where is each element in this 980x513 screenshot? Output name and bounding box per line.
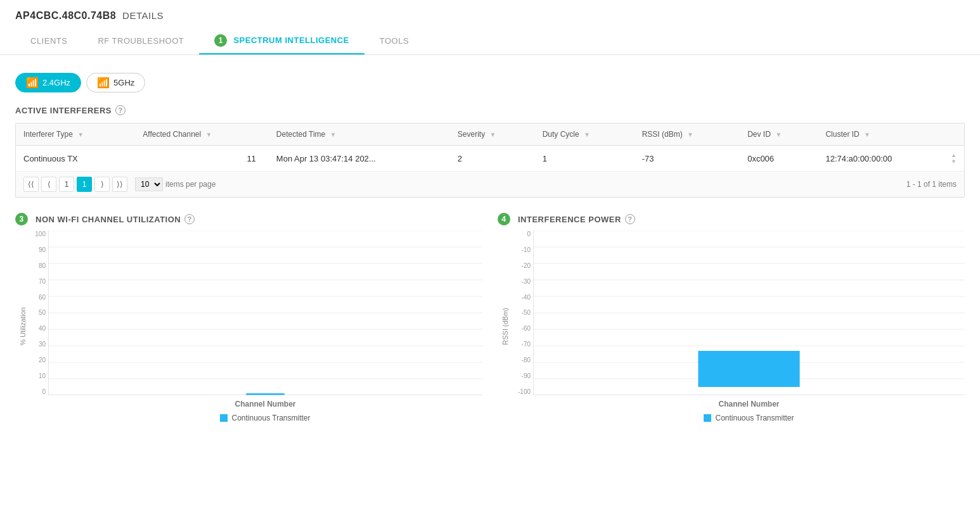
tab-spectrum-badge: 1 (214, 34, 227, 47)
radio-5ghz-label: 5GHz (113, 78, 134, 87)
non-wifi-chart-block: 3 NON WI-FI CHANNEL UTILIZATION ? % Util… (15, 213, 482, 422)
page-1-btn[interactable]: 1 (59, 177, 74, 192)
radio-group: 📶 2.4GHz 📶 5GHz (15, 73, 965, 92)
col-interferer-type-label: Interferer Type (23, 130, 73, 139)
radio-5ghz[interactable]: 📶 5GHz (86, 73, 145, 92)
col-severity-sort: ▼ (490, 131, 496, 138)
tab-spectrum[interactable]: 1 SPECTRUM INTELLIGENCE (199, 28, 364, 54)
col-detected-time-label: Detected Time (276, 130, 325, 139)
interference-power-chart-block: 4 INTERFERENCE POWER ? RSSI (dBm) 0 -10 … (498, 213, 965, 422)
page-prev-btn[interactable]: ⟨ (41, 177, 56, 192)
interference-power-y-label: RSSI (dBm) (498, 231, 510, 422)
cell-cluster-id: 12:74:a0:00:00:00 ▲▼ (818, 146, 964, 171)
header: AP4CBC.48C0.74B8 DETAILS CLIENTS RF TROU… (0, 0, 980, 55)
non-wifi-chart-inner: 11 Channel Number Continuous Transmitter (48, 231, 482, 422)
interference-power-legend-label: Continuous Transmitter (715, 414, 794, 422)
col-cluster-id-sort: ▼ (864, 131, 870, 138)
page-current-btn[interactable]: 1 (77, 177, 92, 192)
details-label: DETAILS (122, 10, 164, 21)
interference-power-chart-title: 4 INTERFERENCE POWER ? (498, 213, 965, 225)
col-affected-channel-label: Affected Channel (143, 130, 201, 139)
interference-power-legend: Continuous Transmitter (533, 414, 965, 422)
col-cluster-id-label: Cluster ID (825, 130, 859, 139)
svg-rect-24 (698, 351, 799, 387)
non-wifi-legend: Continuous Transmitter (48, 414, 482, 422)
active-interferers-title: ACTIVE INTERFERERS ? (15, 105, 965, 115)
device-name: AP4CBC.48C0.74B8 (15, 10, 116, 21)
page-next-btn[interactable]: ⟩ (94, 177, 110, 192)
wifi-icon-2.4: 📶 (26, 77, 39, 89)
col-affected-channel[interactable]: Affected Channel ▼ (135, 124, 269, 146)
cluster-id-value: 12:74:a0:00:00:00 (825, 154, 892, 163)
non-wifi-chart-title: 3 NON WI-FI CHANNEL UTILIZATION ? (15, 213, 482, 225)
non-wifi-y-ticks: 100 90 80 70 60 50 40 30 20 10 0 (28, 231, 48, 395)
non-wifi-svg: 11 (48, 231, 482, 395)
col-interferer-type-sort: ▼ (77, 131, 84, 138)
non-wifi-x-title: Channel Number (48, 400, 482, 408)
charts-row: 3 NON WI-FI CHANNEL UTILIZATION ? % Util… (15, 213, 965, 422)
tab-tools[interactable]: TOOLS (364, 30, 424, 53)
col-rssi-label: RSSI (dBm) (642, 130, 683, 139)
col-interferer-type[interactable]: Interferer Type ▼ (16, 124, 135, 146)
interference-power-legend-dot (704, 414, 711, 422)
col-dev-id[interactable]: Dev ID ▼ (740, 124, 818, 146)
interference-power-chart-inner: 11 Channel Number Continuous Transmitter (533, 231, 965, 422)
interference-power-y-axis-label: RSSI (dBm) (498, 308, 510, 345)
wifi-icon-5: 📶 (97, 77, 110, 89)
radio-2.4ghz-label: 2.4GHz (42, 78, 70, 87)
col-detected-time-sort: ▼ (330, 131, 337, 138)
col-rssi-sort: ▼ (687, 131, 693, 138)
page: AP4CBC.48C0.74B8 DETAILS CLIENTS RF TROU… (0, 0, 980, 513)
cell-affected-channel: 11 (135, 146, 269, 172)
tab-clients[interactable]: CLIENTS (15, 30, 82, 53)
interference-power-title-text: INTERFERENCE POWER (518, 215, 621, 224)
items-range: 1 - 1 of 1 items (906, 180, 957, 189)
cell-severity: 2 (450, 146, 535, 172)
device-title: AP4CBC.48C0.74B8 DETAILS (15, 10, 965, 22)
interference-power-chart-wrapper: RSSI (dBm) 0 -10 -20 -30 -40 -50 -60 -70… (498, 231, 965, 422)
col-duty-cycle-sort: ▼ (584, 131, 590, 138)
page-first-btn[interactable]: ⟨⟨ (23, 177, 39, 192)
active-interferers-help-icon[interactable]: ? (115, 105, 126, 115)
col-rssi[interactable]: RSSI (dBm) ▼ (635, 124, 740, 146)
pagination: ⟨⟨ ⟨ 1 1 ⟩ ⟩⟩ 10 25 50 items per pa (16, 171, 964, 197)
table-row: Continuous TX 11 Mon Apr 13 03:47:14 202… (16, 146, 964, 172)
cell-dev-id: 0xc006 (740, 146, 818, 172)
step4-badge: 4 (498, 213, 510, 225)
page-last-btn[interactable]: ⟩⟩ (112, 177, 127, 192)
col-dev-id-sort: ▼ (775, 131, 782, 138)
items-per-page-label: items per page (165, 180, 216, 189)
cell-duty-cycle: 1 (535, 146, 635, 172)
col-affected-channel-sort: ▼ (206, 131, 212, 138)
interference-power-help-icon[interactable]: ? (625, 214, 635, 224)
non-wifi-help-icon[interactable]: ? (184, 214, 195, 224)
non-wifi-title-text: NON WI-FI CHANNEL UTILIZATION (35, 215, 181, 224)
per-page: 10 25 50 items per page (135, 177, 216, 191)
interference-power-y-ticks: 0 -10 -20 -30 -40 -50 -60 -70 -80 -90 -1… (510, 231, 533, 395)
interference-power-svg: 11 (533, 231, 965, 395)
col-cluster-id[interactable]: Cluster ID ▼ (818, 124, 964, 146)
col-duty-cycle[interactable]: Duty Cycle ▼ (535, 124, 635, 146)
active-interferers-section: ACTIVE INTERFERERS ? Interferer Type ▼ (15, 105, 965, 198)
content-area: 📶 2.4GHz 📶 5GHz ACTIVE INTERFERERS ? (0, 55, 980, 433)
active-interferers-title-text: ACTIVE INTERFERERS (15, 106, 112, 115)
interference-power-x-title: Channel Number (533, 400, 965, 408)
cell-rssi: -73 (635, 146, 740, 172)
tab-spectrum-label: SPECTRUM INTELLIGENCE (233, 35, 349, 45)
col-severity[interactable]: Severity ▼ (450, 124, 535, 146)
per-page-select[interactable]: 10 25 50 (135, 177, 163, 191)
col-duty-cycle-label: Duty Cycle (543, 130, 579, 139)
pagination-left: ⟨⟨ ⟨ 1 1 ⟩ ⟩⟩ 10 25 50 items per pa (23, 177, 216, 192)
non-wifi-legend-dot (220, 414, 228, 422)
interferers-table: Interferer Type ▼ Affected Channel ▼ Det… (16, 124, 964, 171)
radio-2.4ghz[interactable]: 📶 2.4GHz (15, 73, 81, 92)
cell-detected-time: Mon Apr 13 03:47:14 202... (269, 146, 450, 172)
cell-interferer-type: Continuous TX (16, 146, 135, 172)
non-wifi-legend-label: Continuous Transmitter (231, 414, 310, 422)
col-dev-id-label: Dev ID (747, 130, 771, 139)
non-wifi-y-axis-label: % Utilization (15, 307, 28, 346)
tab-rf[interactable]: RF TROUBLESHOOT (82, 30, 199, 53)
non-wifi-y-label: % Utilization (15, 231, 28, 422)
col-detected-time[interactable]: Detected Time ▼ (269, 124, 450, 146)
interferers-table-container: Interferer Type ▼ Affected Channel ▼ Det… (15, 123, 965, 198)
